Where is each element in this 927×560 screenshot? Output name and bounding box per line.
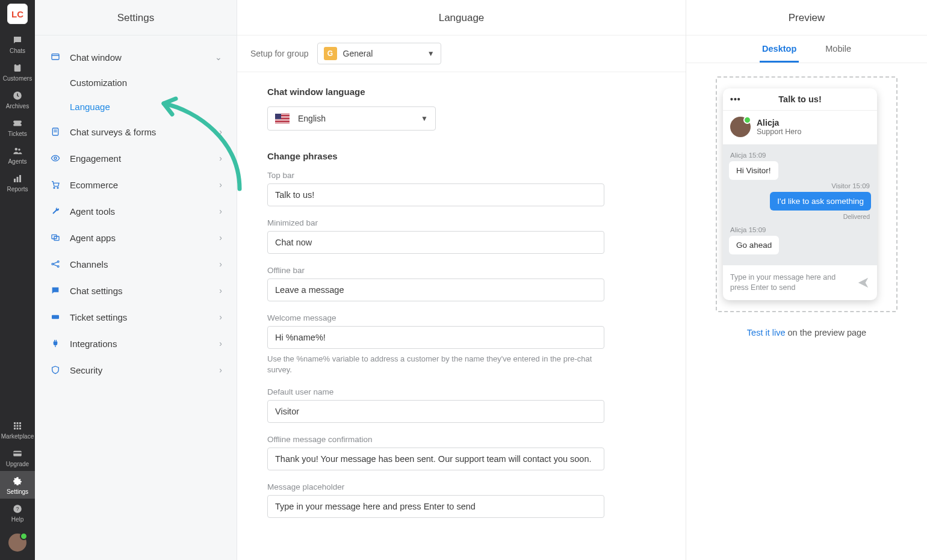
input-placeholder[interactable] [267,495,604,518]
svg-rect-1 [16,64,19,66]
rail-label: Upgrade [6,461,29,467]
svg-rect-0 [14,64,21,72]
chevron-right-icon: › [219,233,222,242]
group-select[interactable]: G General ▼ [317,43,441,64]
input-minimized-bar[interactable] [267,231,604,254]
sidebar-item-surveys[interactable]: Chat surveys & forms › [43,118,228,145]
sidebar-item-agent-apps[interactable]: Agent apps › [43,224,228,251]
grid-icon [11,420,23,431]
label-welcome: Welcome message [267,313,656,322]
tab-desktop[interactable]: Desktop [760,35,799,63]
chevron-right-icon: › [219,180,222,189]
help-icon: ? [11,503,23,514]
rail-item-reports[interactable]: Reports [0,168,35,196]
chevron-down-icon: ▼ [427,49,435,58]
chevron-right-icon: › [219,339,222,348]
rail-item-upgrade[interactable]: Upgrade [0,443,35,471]
svg-rect-12 [17,425,19,427]
rail-item-marketplace[interactable]: Marketplace [0,416,35,443]
chevron-right-icon: › [219,153,222,163]
language-select[interactable]: English ▼ [267,106,436,131]
input-welcome[interactable] [267,326,604,349]
sidebar-label: Engagement [70,153,219,164]
sidebar-label: Chat settings [70,286,219,296]
rail-item-archives[interactable]: Archives [0,85,35,113]
ticket-icon [11,118,23,129]
svg-rect-24 [54,130,57,131]
test-live-rest: on the preview page [786,328,867,337]
chevron-down-icon: ▼ [421,114,428,123]
sidebar-item-agent-tools[interactable]: Agent tools › [43,198,228,224]
sidebar-item-security[interactable]: Security › [43,357,228,383]
group-selector-bar: Setup for group G General ▼ [237,35,686,72]
svg-rect-16 [19,428,21,429]
svg-rect-18 [13,452,22,454]
menu-dots-icon[interactable]: ••• [730,94,746,104]
chat-settings-icon [49,286,61,295]
group-chip: G [324,47,337,60]
test-live-link[interactable]: Test it live [747,328,786,337]
sidebar-item-channels[interactable]: Channels › [43,251,228,277]
sidebar-sub-customization[interactable]: Customization [70,70,228,94]
input-top-bar[interactable] [267,183,604,206]
svg-rect-34 [52,315,59,319]
chat-title: Talk to us! [746,94,870,104]
shield-icon [49,365,61,375]
settings-sidebar: Settings Chat window ⌄ Customization Lan… [35,0,237,560]
rail-item-agents[interactable]: Agents [0,141,35,168]
rail-item-customers[interactable]: Customers [0,58,35,85]
sidebar-item-chat-window[interactable]: Chat window ⌄ [43,44,228,70]
sidebar-title: Settings [35,0,237,35]
svg-rect-9 [17,422,19,424]
gear-icon [11,476,23,487]
rail-item-chats[interactable]: Chats [0,30,35,58]
preview-panel: Preview Desktop Mobile ••• Talk to us! [686,0,927,560]
language-value: English [298,114,421,123]
send-icon[interactable] [857,276,870,289]
sidebar-label: Chat window [70,52,215,63]
input-offline-bar[interactable] [267,278,604,301]
msg-in: Hi Visitor! [729,161,778,180]
sidebar-label: Language [70,102,222,112]
ticket-settings-icon [49,312,61,322]
input-offline-conf[interactable] [267,448,604,470]
svg-rect-21 [52,54,59,60]
rail-item-settings[interactable]: Settings [0,471,35,499]
chat-input-area[interactable]: Type in your message here and press Ente… [723,265,877,300]
input-default-user[interactable] [267,400,604,423]
sidebar-label: Ecommerce [70,180,219,190]
svg-point-26 [54,157,57,159]
label-offline-conf: Offline message confirmation [267,435,656,444]
page-title: Language [237,0,686,35]
chevron-right-icon: › [219,286,222,295]
channels-icon [49,259,61,269]
sidebar-item-chat-settings[interactable]: Chat settings › [43,277,228,304]
window-icon [49,52,61,62]
card-icon [11,448,23,459]
sidebar-item-ecommerce[interactable]: Ecommerce › [43,171,228,198]
sidebar-label: Ticket settings [70,312,219,322]
sidebar-label: Agent tools [70,206,219,217]
sidebar-label: Channels [70,259,219,269]
svg-rect-25 [54,131,57,132]
svg-point-4 [18,149,20,151]
sidebar-sub-language[interactable]: Language [70,94,228,118]
tab-mobile[interactable]: Mobile [823,35,854,63]
reports-icon [11,173,23,184]
svg-point-28 [57,187,58,188]
test-live-line: Test it live on the preview page [747,328,866,337]
rail-label: Marketplace [1,433,34,440]
helper-welcome: Use the %name% variable to address a cus… [267,354,604,375]
user-avatar[interactable] [8,534,26,552]
svg-rect-8 [14,422,16,424]
rail-label: Settings [7,488,28,495]
rail-item-help[interactable]: ? Help [0,499,35,526]
chevron-right-icon: › [219,365,222,375]
rail-item-tickets[interactable]: Tickets [0,113,35,141]
rail-label: Customers [3,75,32,82]
sidebar-item-integrations[interactable]: Integrations › [43,330,228,357]
chevron-right-icon: › [219,206,222,216]
sidebar-item-ticket-settings[interactable]: Ticket settings › [43,304,228,330]
sidebar-item-engagement[interactable]: Engagement › [43,145,228,171]
app-logo[interactable]: LC [7,4,28,24]
